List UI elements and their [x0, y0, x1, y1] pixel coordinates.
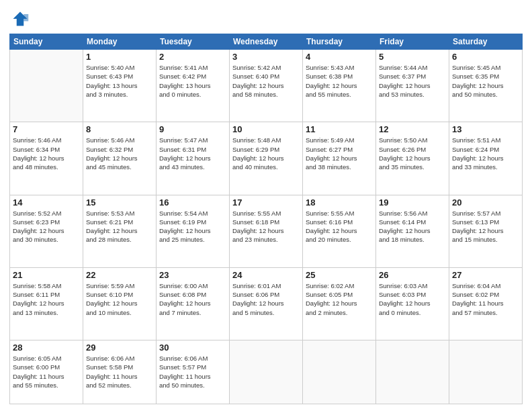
day-info: Sunrise: 6:01 AM Sunset: 6:06 PM Dayligh… [232, 281, 300, 317]
day-number: 5 [379, 52, 446, 62]
day-number: 26 [379, 270, 446, 280]
day-number: 23 [159, 270, 226, 280]
calendar-cell [230, 340, 303, 404]
day-info: Sunrise: 6:02 AM Sunset: 6:05 PM Dayligh… [306, 281, 373, 317]
day-info: Sunrise: 5:52 AM Sunset: 6:23 PM Dayligh… [13, 209, 80, 244]
day-info: Sunrise: 5:46 AM Sunset: 6:34 PM Dayligh… [13, 136, 80, 171]
day-number: 7 [13, 124, 80, 134]
calendar-week-4: 28Sunrise: 6:05 AM Sunset: 6:00 PM Dayli… [10, 340, 523, 404]
day-number: 19 [379, 197, 446, 208]
calendar-header-tuesday: Tuesday [157, 34, 230, 50]
calendar-cell: 12Sunrise: 5:50 AM Sunset: 6:26 PM Dayli… [376, 122, 449, 195]
calendar-week-3: 21Sunrise: 5:58 AM Sunset: 6:11 PM Dayli… [10, 267, 523, 340]
day-info: Sunrise: 5:57 AM Sunset: 6:13 PM Dayligh… [452, 209, 519, 244]
day-number: 30 [159, 342, 226, 353]
day-number: 11 [306, 124, 373, 134]
day-info: Sunrise: 5:41 AM Sunset: 6:42 PM Dayligh… [159, 63, 226, 99]
calendar-cell: 16Sunrise: 5:54 AM Sunset: 6:19 PM Dayli… [157, 195, 230, 267]
header [9, 7, 523, 28]
day-number: 2 [159, 52, 226, 62]
calendar-cell: 4Sunrise: 5:43 AM Sunset: 6:38 PM Daylig… [303, 50, 376, 122]
calendar-cell: 5Sunrise: 5:44 AM Sunset: 6:37 PM Daylig… [376, 50, 449, 122]
calendar-cell: 8Sunrise: 5:46 AM Sunset: 6:32 PM Daylig… [83, 122, 157, 195]
calendar-cell: 17Sunrise: 5:55 AM Sunset: 6:18 PM Dayli… [230, 195, 303, 267]
calendar-cell: 19Sunrise: 5:56 AM Sunset: 6:14 PM Dayli… [376, 195, 449, 267]
calendar-week-0: 1Sunrise: 5:40 AM Sunset: 6:43 PM Daylig… [10, 50, 523, 122]
day-number: 28 [13, 342, 80, 353]
day-info: Sunrise: 5:43 AM Sunset: 6:38 PM Dayligh… [306, 63, 373, 99]
calendar-cell: 22Sunrise: 5:59 AM Sunset: 6:10 PM Dayli… [83, 267, 157, 340]
day-info: Sunrise: 5:54 AM Sunset: 6:19 PM Dayligh… [159, 209, 226, 244]
day-info: Sunrise: 5:58 AM Sunset: 6:11 PM Dayligh… [13, 281, 80, 317]
calendar-cell: 25Sunrise: 6:02 AM Sunset: 6:05 PM Dayli… [303, 267, 376, 340]
day-number: 21 [13, 270, 80, 280]
calendar-cell [449, 340, 523, 404]
day-info: Sunrise: 6:00 AM Sunset: 6:08 PM Dayligh… [159, 281, 226, 317]
calendar-cell: 26Sunrise: 6:03 AM Sunset: 6:03 PM Dayli… [376, 267, 449, 340]
calendar-cell: 24Sunrise: 6:01 AM Sunset: 6:06 PM Dayli… [230, 267, 303, 340]
day-number: 4 [306, 52, 373, 62]
day-info: Sunrise: 6:06 AM Sunset: 5:57 PM Dayligh… [159, 354, 226, 390]
calendar-header-friday: Friday [376, 34, 449, 50]
calendar-cell: 7Sunrise: 5:46 AM Sunset: 6:34 PM Daylig… [10, 122, 83, 195]
calendar-cell: 20Sunrise: 5:57 AM Sunset: 6:13 PM Dayli… [449, 195, 523, 267]
day-number: 3 [232, 52, 300, 62]
calendar-cell [303, 340, 376, 404]
calendar-header-thursday: Thursday [303, 34, 376, 50]
day-info: Sunrise: 6:05 AM Sunset: 6:00 PM Dayligh… [13, 354, 80, 390]
day-info: Sunrise: 5:53 AM Sunset: 6:21 PM Dayligh… [86, 209, 153, 244]
calendar-cell: 3Sunrise: 5:42 AM Sunset: 6:40 PM Daylig… [230, 50, 303, 122]
calendar-week-2: 14Sunrise: 5:52 AM Sunset: 6:23 PM Dayli… [10, 195, 523, 267]
calendar-table: SundayMondayTuesdayWednesdayThursdayFrid… [9, 34, 523, 404]
calendar-cell [376, 340, 449, 404]
calendar-cell: 30Sunrise: 6:06 AM Sunset: 5:57 PM Dayli… [157, 340, 230, 404]
day-number: 20 [452, 197, 519, 208]
calendar-header-wednesday: Wednesday [230, 34, 303, 50]
day-info: Sunrise: 5:50 AM Sunset: 6:26 PM Dayligh… [379, 136, 446, 171]
day-info: Sunrise: 5:46 AM Sunset: 6:32 PM Dayligh… [86, 136, 153, 171]
calendar-cell [10, 50, 83, 122]
calendar-cell: 14Sunrise: 5:52 AM Sunset: 6:23 PM Dayli… [10, 195, 83, 267]
page: SundayMondayTuesdayWednesdayThursdayFrid… [0, 0, 532, 411]
calendar-header-monday: Monday [83, 34, 157, 50]
day-info: Sunrise: 5:44 AM Sunset: 6:37 PM Dayligh… [379, 63, 446, 99]
day-number: 8 [86, 124, 153, 134]
day-info: Sunrise: 5:49 AM Sunset: 6:27 PM Dayligh… [306, 136, 373, 171]
calendar-cell: 6Sunrise: 5:45 AM Sunset: 6:35 PM Daylig… [449, 50, 523, 122]
day-number: 25 [306, 270, 373, 280]
day-number: 17 [232, 197, 300, 208]
day-number: 29 [86, 342, 153, 353]
calendar-header-row: SundayMondayTuesdayWednesdayThursdayFrid… [10, 34, 523, 50]
day-info: Sunrise: 5:55 AM Sunset: 6:16 PM Dayligh… [306, 209, 373, 244]
day-number: 18 [306, 197, 373, 208]
day-info: Sunrise: 6:03 AM Sunset: 6:03 PM Dayligh… [379, 281, 446, 317]
day-number: 1 [86, 52, 153, 62]
day-number: 16 [159, 197, 226, 208]
calendar-cell: 27Sunrise: 6:04 AM Sunset: 6:02 PM Dayli… [449, 267, 523, 340]
day-info: Sunrise: 5:51 AM Sunset: 6:24 PM Dayligh… [452, 136, 519, 171]
day-info: Sunrise: 5:42 AM Sunset: 6:40 PM Dayligh… [232, 63, 300, 99]
day-number: 24 [232, 270, 300, 280]
calendar-cell: 18Sunrise: 5:55 AM Sunset: 6:16 PM Dayli… [303, 195, 376, 267]
logo [9, 9, 30, 28]
calendar-cell: 11Sunrise: 5:49 AM Sunset: 6:27 PM Dayli… [303, 122, 376, 195]
day-info: Sunrise: 5:59 AM Sunset: 6:10 PM Dayligh… [86, 281, 153, 317]
calendar-cell: 2Sunrise: 5:41 AM Sunset: 6:42 PM Daylig… [157, 50, 230, 122]
day-info: Sunrise: 5:55 AM Sunset: 6:18 PM Dayligh… [232, 209, 300, 244]
day-info: Sunrise: 5:56 AM Sunset: 6:14 PM Dayligh… [379, 209, 446, 244]
logo-icon [11, 9, 30, 28]
day-number: 10 [232, 124, 300, 134]
day-number: 9 [159, 124, 226, 134]
day-number: 12 [379, 124, 446, 134]
calendar-cell: 15Sunrise: 5:53 AM Sunset: 6:21 PM Dayli… [83, 195, 157, 267]
day-number: 6 [452, 52, 519, 62]
day-info: Sunrise: 5:48 AM Sunset: 6:29 PM Dayligh… [232, 136, 300, 171]
day-number: 13 [452, 124, 519, 134]
svg-marker-1 [24, 14, 28, 21]
day-info: Sunrise: 6:04 AM Sunset: 6:02 PM Dayligh… [452, 281, 519, 317]
day-info: Sunrise: 5:47 AM Sunset: 6:31 PM Dayligh… [159, 136, 226, 171]
calendar-cell: 23Sunrise: 6:00 AM Sunset: 6:08 PM Dayli… [157, 267, 230, 340]
calendar-cell: 28Sunrise: 6:05 AM Sunset: 6:00 PM Dayli… [10, 340, 83, 404]
calendar-cell: 1Sunrise: 5:40 AM Sunset: 6:43 PM Daylig… [83, 50, 157, 122]
calendar-cell: 13Sunrise: 5:51 AM Sunset: 6:24 PM Dayli… [449, 122, 523, 195]
